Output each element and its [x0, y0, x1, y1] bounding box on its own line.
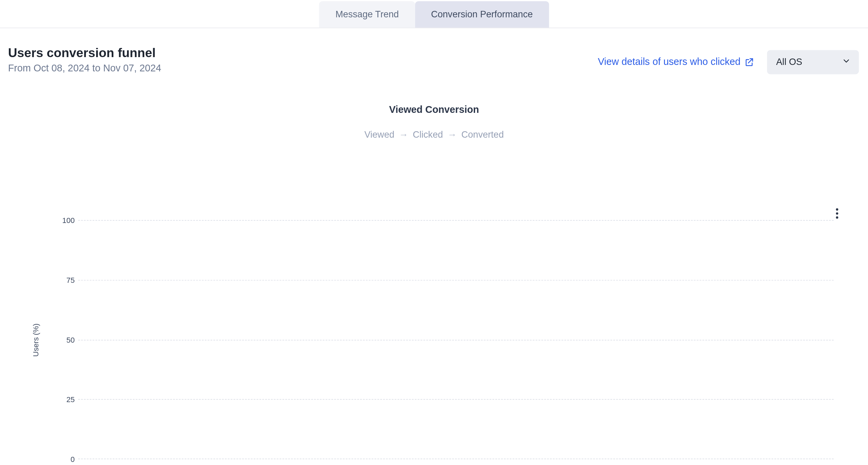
- title-block: Users conversion funnel From Oct 08, 202…: [8, 46, 161, 74]
- arrow-right-icon: →: [448, 130, 457, 140]
- funnel-step-viewed: Viewed: [364, 130, 394, 140]
- header-actions: View details of users who clicked All OS: [598, 46, 860, 74]
- funnel-step-clicked: Clicked: [413, 130, 443, 140]
- bar-label: 100% (5,483): [164, 460, 245, 465]
- arrow-right-icon: →: [399, 130, 408, 140]
- tab-conversion-performance[interactable]: Conversion Performance: [415, 1, 549, 28]
- chart-options-button[interactable]: [831, 207, 843, 221]
- chevron-down-icon: [842, 56, 851, 68]
- y-tick: 50: [55, 335, 75, 344]
- tabs-bar: Message Trend Conversion Performance: [0, 0, 868, 28]
- chart-subtitle: Viewed → Clicked → Converted: [0, 130, 868, 140]
- y-axis-label: Users (%): [31, 323, 40, 357]
- bar-viewed: 100% (5,483) Viewed: [78, 220, 330, 459]
- page-title: Users conversion funnel: [8, 46, 161, 61]
- external-link-icon: [744, 57, 754, 67]
- plot-area: 100 75 50 25 0 100% (5,483) Viewed: [78, 220, 834, 459]
- bar-converted: 9.99% (548) Converted: [582, 220, 834, 459]
- y-tick: 0: [55, 455, 75, 463]
- view-details-link[interactable]: View details of users who clicked: [598, 56, 754, 68]
- os-filter-value: All OS: [776, 57, 802, 67]
- y-tick: 25: [55, 395, 75, 404]
- view-details-label: View details of users who clicked: [598, 56, 740, 68]
- chart-plot: Users (%) 100 75 50 25 0: [12, 220, 857, 459]
- bars-row: 100% (5,483) Viewed 26.96% (1,478) Click…: [78, 220, 834, 459]
- header-row: Users conversion funnel From Oct 08, 202…: [0, 28, 868, 74]
- os-filter-select[interactable]: All OS: [767, 50, 859, 74]
- date-range: From Oct 08, 2024 to Nov 07, 2024: [8, 63, 161, 74]
- bar-label: 9.99% (548): [668, 460, 748, 465]
- bar-label: 26.96% (1,478): [416, 460, 496, 465]
- y-tick: 75: [55, 276, 75, 284]
- bar-clicked: 26.96% (1,478) Clicked: [330, 220, 582, 459]
- y-tick: 100: [55, 216, 75, 225]
- tab-message-trend[interactable]: Message Trend: [319, 1, 415, 28]
- funnel-step-converted: Converted: [461, 130, 504, 140]
- chart-title: Viewed Conversion: [0, 104, 868, 116]
